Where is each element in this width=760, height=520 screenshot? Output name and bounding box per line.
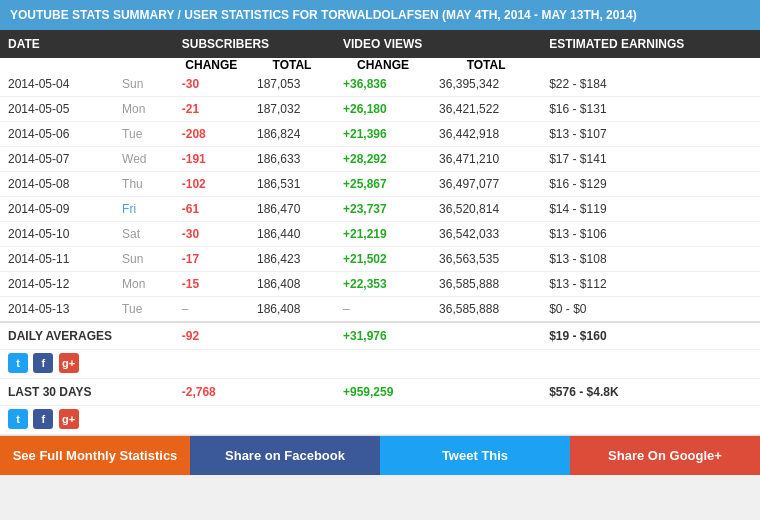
averages-sub-change: -92 bbox=[174, 322, 249, 350]
cell-earn: $17 - $141 bbox=[541, 147, 760, 172]
subheader-date bbox=[0, 58, 174, 72]
subheader-view-change: CHANGE bbox=[335, 58, 431, 72]
cell-earn: $13 - $108 bbox=[541, 247, 760, 272]
cell-sub-change: -61 bbox=[174, 197, 249, 222]
last30-row: LAST 30 DAYS -2,768 +959,259 $576 - $4.8… bbox=[0, 379, 760, 406]
cell-day: Thu bbox=[114, 172, 174, 197]
last30-sub-change: -2,768 bbox=[174, 379, 249, 406]
averages-social-icons: t f g+ bbox=[0, 350, 760, 379]
page-header: YOUTUBE STATS SUMMARY / USER STATISTICS … bbox=[0, 0, 760, 30]
gplus-icon-averages[interactable]: g+ bbox=[59, 353, 79, 373]
table-row: 2014-05-11 Sun -17 186,423 +21,502 36,56… bbox=[0, 247, 760, 272]
last30-social-icons: t f g+ bbox=[0, 406, 760, 435]
cell-day: Sun bbox=[114, 72, 174, 97]
cell-sub-change: -15 bbox=[174, 272, 249, 297]
cell-sub-change: -102 bbox=[174, 172, 249, 197]
cell-earn: $22 - $184 bbox=[541, 72, 760, 97]
cell-day: Tue bbox=[114, 297, 174, 323]
cell-sub-change: -17 bbox=[174, 247, 249, 272]
cell-sub-total: 186,408 bbox=[249, 272, 335, 297]
footer-buttons: See Full Monthly Statistics Share on Fac… bbox=[0, 435, 760, 475]
cell-view-total: 36,471,210 bbox=[431, 147, 541, 172]
subheader-view-total: TOTAL bbox=[431, 58, 541, 72]
cell-date: 2014-05-11 bbox=[0, 247, 114, 272]
table-row: 2014-05-07 Wed -191 186,633 +28,292 36,4… bbox=[0, 147, 760, 172]
facebook-icon-last30[interactable]: f bbox=[33, 409, 53, 429]
averages-earn: $19 - $160 bbox=[541, 322, 760, 350]
table-row: 2014-05-10 Sat -30 186,440 +21,219 36,54… bbox=[0, 222, 760, 247]
table-row: 2014-05-12 Mon -15 186,408 +22,353 36,58… bbox=[0, 272, 760, 297]
cell-sub-total: 186,408 bbox=[249, 297, 335, 323]
cell-view-change: +21,219 bbox=[335, 222, 431, 247]
cell-day: Wed bbox=[114, 147, 174, 172]
cell-sub-change: -208 bbox=[174, 122, 249, 147]
cell-date: 2014-05-07 bbox=[0, 147, 114, 172]
subheader-earn bbox=[541, 58, 760, 72]
cell-sub-change: – bbox=[174, 297, 249, 323]
cell-view-total: 36,395,342 bbox=[431, 72, 541, 97]
twitter-icon-last30[interactable]: t bbox=[8, 409, 28, 429]
facebook-icon-averages[interactable]: f bbox=[33, 353, 53, 373]
table-row: 2014-05-09 Fri -61 186,470 +23,737 36,52… bbox=[0, 197, 760, 222]
cell-view-change: +22,353 bbox=[335, 272, 431, 297]
cell-view-change: +28,292 bbox=[335, 147, 431, 172]
cell-date: 2014-05-09 bbox=[0, 197, 114, 222]
table-row: 2014-05-13 Tue – 186,408 – 36,585,888 $0… bbox=[0, 297, 760, 323]
cell-view-change: +36,836 bbox=[335, 72, 431, 97]
facebook-share-button[interactable]: Share on Facebook bbox=[190, 436, 380, 475]
cell-day: Mon bbox=[114, 272, 174, 297]
averages-view-change: +31,976 bbox=[335, 322, 431, 350]
cell-day: Sun bbox=[114, 247, 174, 272]
gplus-icon-last30[interactable]: g+ bbox=[59, 409, 79, 429]
cell-day: Tue bbox=[114, 122, 174, 147]
monthly-stats-button[interactable]: See Full Monthly Statistics bbox=[0, 436, 190, 475]
cell-earn: $16 - $129 bbox=[541, 172, 760, 197]
gplus-share-button[interactable]: Share On Google+ bbox=[570, 436, 760, 475]
cell-sub-total: 186,440 bbox=[249, 222, 335, 247]
cell-view-total: 36,585,888 bbox=[431, 297, 541, 323]
cell-sub-change: -30 bbox=[174, 72, 249, 97]
cell-sub-total: 186,423 bbox=[249, 247, 335, 272]
cell-date: 2014-05-13 bbox=[0, 297, 114, 323]
last30-view-change: +959,259 bbox=[335, 379, 431, 406]
table-row: 2014-05-04 Sun -30 187,053 +36,836 36,39… bbox=[0, 72, 760, 97]
cell-earn: $16 - $131 bbox=[541, 97, 760, 122]
subheader-sub-change: CHANGE bbox=[174, 58, 249, 72]
table-row: 2014-05-05 Mon -21 187,032 +26,180 36,42… bbox=[0, 97, 760, 122]
cell-date: 2014-05-06 bbox=[0, 122, 114, 147]
cell-sub-total: 186,633 bbox=[249, 147, 335, 172]
cell-earn: $13 - $107 bbox=[541, 122, 760, 147]
cell-view-total: 36,497,077 bbox=[431, 172, 541, 197]
header-title: YOUTUBE STATS SUMMARY / USER STATISTICS … bbox=[10, 8, 637, 22]
cell-earn: $13 - $112 bbox=[541, 272, 760, 297]
cell-date: 2014-05-04 bbox=[0, 72, 114, 97]
cell-view-total: 36,520,814 bbox=[431, 197, 541, 222]
cell-view-total: 36,442,918 bbox=[431, 122, 541, 147]
cell-earn: $0 - $0 bbox=[541, 297, 760, 323]
cell-view-total: 36,563,535 bbox=[431, 247, 541, 272]
cell-view-total: 36,542,033 bbox=[431, 222, 541, 247]
cell-sub-total: 186,531 bbox=[249, 172, 335, 197]
last30-earn: $576 - $4.8K bbox=[541, 379, 760, 406]
twitter-icon-averages[interactable]: t bbox=[8, 353, 28, 373]
cell-view-change: +26,180 bbox=[335, 97, 431, 122]
cell-day: Fri bbox=[114, 197, 174, 222]
cell-view-change: +21,396 bbox=[335, 122, 431, 147]
averages-row: DAILY AVERAGES -92 +31,976 $19 - $160 bbox=[0, 322, 760, 350]
cell-day: Mon bbox=[114, 97, 174, 122]
col-earnings-header: ESTIMATED EARNINGS bbox=[541, 30, 760, 58]
col-subscribers-header: SUBSCRIBERS bbox=[174, 30, 335, 58]
cell-day: Sat bbox=[114, 222, 174, 247]
cell-view-change: +23,737 bbox=[335, 197, 431, 222]
cell-view-change: +21,502 bbox=[335, 247, 431, 272]
col-date-header: DATE bbox=[0, 30, 174, 58]
cell-sub-change: -30 bbox=[174, 222, 249, 247]
table-row: 2014-05-06 Tue -208 186,824 +21,396 36,4… bbox=[0, 122, 760, 147]
subheader-sub-total: TOTAL bbox=[249, 58, 335, 72]
table-row: 2014-05-08 Thu -102 186,531 +25,867 36,4… bbox=[0, 172, 760, 197]
cell-sub-total: 187,032 bbox=[249, 97, 335, 122]
col-videoviews-header: VIDEO VIEWS bbox=[335, 30, 541, 58]
tweet-button[interactable]: Tweet This bbox=[380, 436, 570, 475]
cell-date: 2014-05-05 bbox=[0, 97, 114, 122]
cell-sub-change: -21 bbox=[174, 97, 249, 122]
